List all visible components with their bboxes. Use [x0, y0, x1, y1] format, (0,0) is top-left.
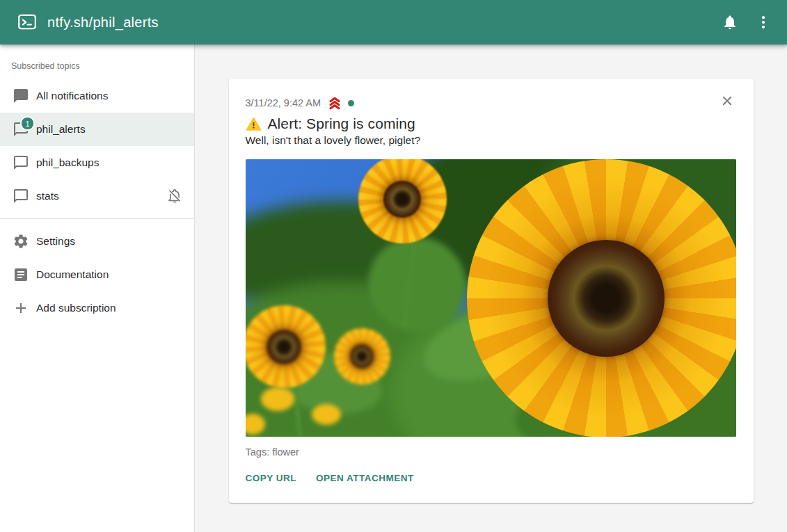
chat-bubble-outline-icon	[13, 188, 29, 204]
notification-body: Well, isn't that a lovely flower, piglet…	[246, 134, 737, 147]
overflow-menu-button[interactable]	[748, 7, 779, 38]
unread-count-badge: 1	[20, 116, 35, 131]
photo-sunflower-small	[358, 159, 447, 243]
chat-bubble-filled-icon	[13, 88, 29, 104]
close-notification-button[interactable]	[713, 87, 741, 115]
notifications-off-icon	[166, 188, 183, 204]
photo-sunflower-large	[467, 159, 736, 437]
sidebar-item-label: phil_backups	[36, 156, 183, 169]
sidebar-item-all-notifications[interactable]: All notifications	[0, 79, 194, 113]
notification-timestamp: 3/11/22, 9:42 AM	[246, 97, 321, 108]
copy-url-button[interactable]: COPY URL	[240, 467, 303, 489]
bell-icon	[722, 14, 738, 31]
sidebar-divider	[0, 218, 194, 219]
attachment-image[interactable]	[246, 159, 736, 437]
app-bar-actions	[715, 7, 779, 38]
notification-tags: Tags: flower	[246, 446, 737, 458]
notification-actions: COPY URL OPEN ATTACHMENT	[240, 467, 737, 489]
sidebar-item-label: stats	[36, 190, 166, 202]
sidebar-item-label: All notifications	[36, 90, 183, 102]
plus-icon	[13, 300, 29, 316]
warning-icon	[246, 116, 262, 132]
sidebar-item-label: Documentation	[36, 268, 183, 281]
sidebar-item-phil-backups[interactable]: phil_backups	[0, 146, 194, 179]
sidebar-item-label: phil_alerts	[36, 123, 183, 136]
photo-sunflower-small	[334, 328, 390, 385]
gear-icon	[13, 233, 29, 250]
sidebar-item-label: Add subscription	[36, 302, 183, 314]
subscribed-topics-label: Subscribed topics	[0, 50, 194, 79]
sidebar-item-label: Settings	[36, 235, 183, 248]
more-vert-icon	[755, 14, 772, 31]
priority-max-icon	[327, 95, 342, 111]
open-attachment-button[interactable]: OPEN ATTACHMENT	[310, 467, 420, 489]
sidebar-item-add-subscription[interactable]: Add subscription	[0, 291, 194, 325]
sidebar-item-phil-alerts[interactable]: 1 phil_alerts	[0, 113, 194, 146]
sidebar: Subscribed topics All notifications 1 ph…	[0, 45, 195, 532]
chat-bubble-outline-icon	[13, 154, 29, 171]
notifications-button[interactable]	[715, 7, 745, 38]
new-indicator-dot	[348, 100, 354, 106]
photo-sunflower-small	[246, 305, 326, 388]
app-bar: ntfy.sh/phil_alerts	[0, 0, 787, 45]
sidebar-item-settings[interactable]: Settings	[0, 225, 194, 258]
close-icon	[720, 93, 735, 108]
notification-meta: 3/11/22, 9:42 AM	[246, 95, 737, 111]
notification-card: 3/11/22, 9:42 AM	[229, 79, 754, 503]
photo-sunflower-bud	[312, 404, 341, 425]
sidebar-item-documentation[interactable]: Documentation	[0, 258, 194, 291]
main-content: 3/11/22, 9:42 AM	[195, 45, 787, 532]
ntfy-app: ntfy.sh/phil_alerts Subscri	[0, 0, 787, 532]
photo-sunflower-bud	[261, 387, 294, 411]
notification-title: Alert: Spring is coming	[268, 115, 415, 132]
chat-bubble-outline-icon: 1	[13, 121, 29, 138]
app-bar-left: ntfy.sh/phil_alerts	[17, 12, 159, 33]
page-title: ntfy.sh/phil_alerts	[47, 15, 159, 31]
notification-title-row: Alert: Spring is coming	[246, 115, 737, 132]
sidebar-item-stats[interactable]: stats	[0, 179, 194, 213]
article-icon	[13, 266, 29, 283]
ntfy-logo-icon	[17, 12, 38, 33]
